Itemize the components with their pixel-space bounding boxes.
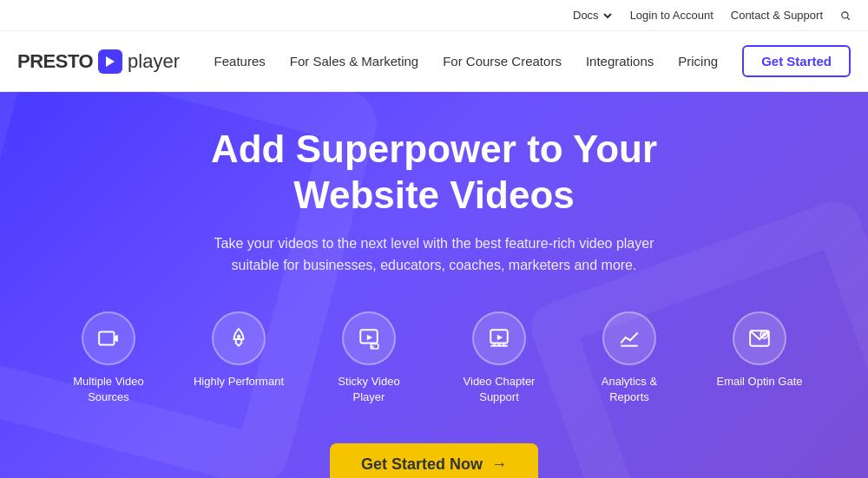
hero-section: Add Superpower to Your Website Videos Ta…	[0, 92, 868, 478]
svg-marker-7	[367, 334, 373, 340]
video-sources-label: Multiple Video Sources	[61, 374, 156, 405]
chapters-icon	[488, 327, 510, 350]
top-bar: Docs Login to Account Contact & Support	[0, 0, 868, 31]
sticky-icon-circle	[342, 311, 396, 365]
nav-course[interactable]: For Course Creators	[443, 54, 562, 69]
feature-analytics: Analytics & Reports	[582, 311, 677, 405]
svg-marker-11	[497, 334, 503, 340]
nav-pricing[interactable]: Pricing	[678, 54, 718, 69]
arrow-icon: →	[491, 455, 507, 474]
svg-marker-9	[372, 345, 374, 348]
navbar: PRESTO player Features For Sales & Marke…	[0, 31, 868, 92]
contact-link[interactable]: Contact & Support	[731, 9, 823, 22]
svg-point-5	[237, 334, 240, 337]
hero-title: Add Superpower to Your Website Videos	[211, 127, 657, 219]
docs-link[interactable]: Docs	[573, 9, 613, 22]
analytics-icon	[618, 327, 641, 350]
chevron-down-icon	[602, 10, 613, 21]
cta-label: Get Started Now	[361, 455, 483, 474]
logo-play-icon	[103, 55, 117, 69]
performant-icon-circle	[212, 311, 266, 365]
svg-rect-3	[99, 331, 114, 344]
feature-chapters: Video Chapter Support	[451, 311, 547, 405]
nav-links: Features For Sales & Marketing For Cours…	[214, 54, 719, 69]
email-icon-circle	[733, 311, 786, 365]
svg-point-0	[842, 11, 848, 17]
feature-email: Email Optin Gate	[712, 311, 807, 390]
chapters-icon-circle	[472, 311, 526, 365]
nav-sales[interactable]: For Sales & Marketing	[290, 54, 418, 69]
rocket-icon	[227, 327, 250, 350]
logo-player-text: player	[128, 50, 180, 73]
logo[interactable]: PRESTO player	[17, 49, 180, 74]
hero-cta-button[interactable]: Get Started Now →	[330, 443, 538, 478]
chapters-label: Video Chapter Support	[451, 374, 547, 405]
logo-icon	[98, 49, 122, 74]
login-link[interactable]: Login to Account	[630, 9, 713, 22]
features-row: Multiple Video Sources Highly Performant	[61, 311, 807, 405]
feature-sticky: Sticky Video Player	[321, 311, 417, 405]
analytics-icon-circle	[602, 311, 656, 365]
logo-presto-text: PRESTO	[17, 50, 93, 73]
feature-video-sources: Multiple Video Sources	[61, 311, 156, 405]
analytics-label: Analytics & Reports	[582, 374, 677, 405]
email-label: Email Optin Gate	[717, 374, 803, 390]
svg-line-1	[847, 17, 850, 20]
svg-marker-2	[106, 56, 115, 67]
email-icon	[748, 327, 771, 350]
nav-features[interactable]: Features	[214, 54, 266, 69]
nav-get-started-button[interactable]: Get Started	[742, 45, 851, 77]
performant-label: Highly Performant	[194, 374, 284, 390]
sticky-label: Sticky Video Player	[321, 374, 417, 405]
feature-performant: Highly Performant	[191, 311, 286, 390]
video-sources-icon-circle	[82, 311, 135, 365]
search-icon[interactable]	[840, 10, 851, 21]
sticky-icon	[358, 327, 380, 350]
video-sources-icon	[97, 327, 120, 350]
nav-integrations[interactable]: Integrations	[586, 54, 654, 69]
hero-subtitle: Take your videos to the next level with …	[208, 232, 660, 277]
